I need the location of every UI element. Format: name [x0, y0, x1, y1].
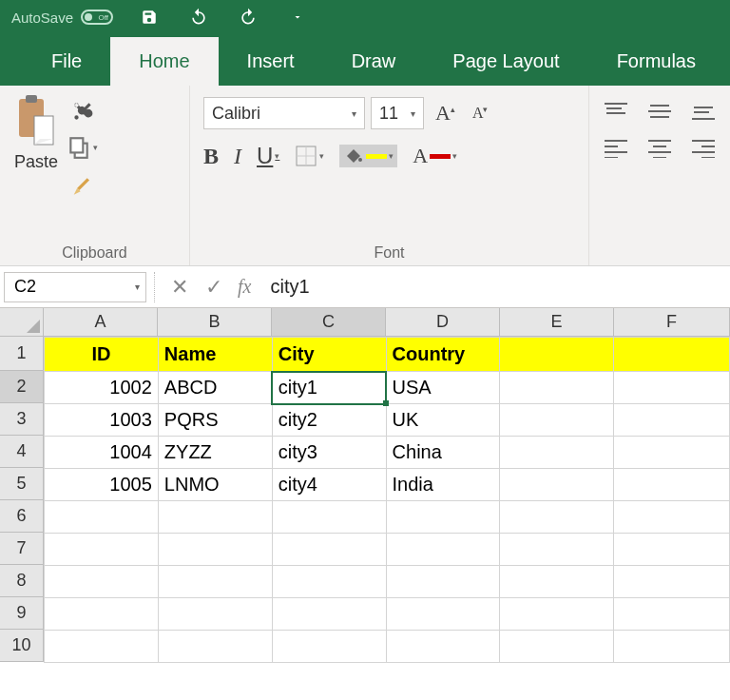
accept-entry-button[interactable]: ✓: [205, 275, 222, 300]
cell-F10[interactable]: [614, 631, 730, 663]
cell-D8[interactable]: [386, 566, 500, 598]
underline-button[interactable]: U▾: [257, 143, 279, 169]
row-header-9[interactable]: 9: [0, 597, 44, 630]
tab-home[interactable]: Home: [110, 37, 218, 86]
cell-F6[interactable]: [614, 501, 730, 534]
align-bottom-button[interactable]: [690, 101, 717, 122]
cell-E5[interactable]: [500, 469, 614, 501]
font-size-combo[interactable]: 11▾: [371, 97, 424, 129]
cell-B10[interactable]: [158, 631, 272, 663]
cell-E4[interactable]: [500, 437, 614, 469]
cell-E7[interactable]: [500, 534, 614, 566]
cell-A7[interactable]: [45, 534, 159, 566]
cell-E9[interactable]: [500, 598, 614, 631]
cell-A9[interactable]: [45, 598, 159, 631]
row-header-6[interactable]: 6: [0, 500, 44, 533]
col-header-C[interactable]: C: [272, 308, 386, 337]
formula-input[interactable]: [264, 276, 730, 298]
paste-button[interactable]: Paste: [13, 93, 59, 172]
cell-A6[interactable]: [45, 501, 159, 534]
cell-A1[interactable]: ID: [45, 338, 159, 372]
tab-page-layout[interactable]: Page Layout: [424, 37, 587, 86]
cell-B5[interactable]: LNMO: [158, 469, 272, 501]
cell-F2[interactable]: [614, 372, 730, 404]
align-right-button[interactable]: [690, 137, 717, 158]
tab-draw[interactable]: Draw: [323, 37, 425, 86]
cell-B4[interactable]: ZYZZ: [158, 437, 272, 469]
cell-F5[interactable]: [614, 469, 730, 501]
row-header-8[interactable]: 8: [0, 565, 44, 597]
cell-D2[interactable]: USA: [386, 372, 500, 404]
cell-A4[interactable]: 1004: [45, 437, 159, 469]
row-header-10[interactable]: 10: [0, 630, 44, 662]
cell-C10[interactable]: [272, 631, 386, 663]
cell-F3[interactable]: [614, 404, 730, 437]
cell-E8[interactable]: [500, 566, 614, 598]
align-center-button[interactable]: [646, 137, 673, 158]
cell-F7[interactable]: [614, 534, 730, 566]
cell-B3[interactable]: PQRS: [158, 404, 272, 437]
redo-button[interactable]: [235, 4, 261, 30]
align-middle-button[interactable]: [646, 101, 673, 122]
cell-D9[interactable]: [386, 598, 500, 631]
font-color-button[interactable]: A▾: [413, 144, 457, 168]
cell-D5[interactable]: India: [386, 469, 500, 501]
row-header-4[interactable]: 4: [0, 436, 44, 468]
increase-font-button[interactable]: A▴: [430, 101, 461, 126]
cell-D10[interactable]: [386, 631, 500, 663]
bold-button[interactable]: B: [203, 144, 219, 169]
cell-C4[interactable]: city3: [272, 437, 386, 469]
save-button[interactable]: [136, 4, 163, 30]
align-left-button[interactable]: [603, 137, 629, 158]
row-header-1[interactable]: 1: [0, 337, 44, 371]
cell-E10[interactable]: [500, 631, 614, 663]
cell-F8[interactable]: [614, 566, 730, 598]
cell-F1[interactable]: [614, 338, 730, 372]
row-header-2[interactable]: 2: [0, 371, 44, 403]
cut-button[interactable]: [67, 97, 99, 126]
select-all-corner[interactable]: [0, 308, 44, 337]
cell-C8[interactable]: [272, 566, 386, 598]
col-header-B[interactable]: B: [158, 308, 272, 337]
name-box[interactable]: C2▾: [4, 272, 146, 302]
row-header-5[interactable]: 5: [0, 468, 44, 500]
cell-E6[interactable]: [500, 501, 614, 534]
italic-button[interactable]: I: [234, 144, 241, 169]
cell-A10[interactable]: [45, 631, 159, 663]
autosave-toggle[interactable]: AutoSave Off: [11, 10, 113, 26]
font-name-combo[interactable]: Calibri▾: [203, 97, 365, 129]
cell-A3[interactable]: 1003: [45, 404, 159, 437]
tab-formulas[interactable]: Formulas: [588, 37, 724, 86]
cell-B1[interactable]: Name: [158, 338, 272, 372]
align-top-button[interactable]: [603, 101, 629, 122]
customize-qat-button[interactable]: [284, 4, 311, 30]
borders-button[interactable]: ▾: [295, 145, 324, 167]
format-painter-button[interactable]: [67, 169, 99, 198]
cell-D6[interactable]: [386, 501, 500, 534]
cell-C3[interactable]: city2: [272, 404, 386, 437]
decrease-font-button[interactable]: A▾: [467, 105, 494, 122]
cell-B8[interactable]: [158, 566, 272, 598]
col-header-A[interactable]: A: [44, 308, 158, 337]
autosave-switch-off[interactable]: Off: [81, 10, 113, 25]
col-header-E[interactable]: E: [500, 308, 614, 337]
cell-F9[interactable]: [614, 598, 730, 631]
fx-icon[interactable]: fx: [238, 276, 251, 298]
cell-E3[interactable]: [500, 404, 614, 437]
cell-E2[interactable]: [500, 372, 614, 404]
tab-insert[interactable]: Insert: [219, 37, 323, 86]
undo-button[interactable]: [185, 4, 212, 30]
fill-color-button[interactable]: ▾: [339, 145, 397, 167]
cell-A8[interactable]: [45, 566, 159, 598]
cell-E1[interactable]: [500, 338, 614, 372]
cell-A5[interactable]: 1005: [45, 469, 159, 501]
col-header-F[interactable]: F: [614, 308, 730, 337]
cell-C6[interactable]: [272, 501, 386, 534]
cell-A2[interactable]: 1002: [45, 372, 159, 404]
row-header-7[interactable]: 7: [0, 533, 44, 565]
cell-D4[interactable]: China: [386, 437, 500, 469]
cell-C5[interactable]: city4: [272, 469, 386, 501]
tab-file[interactable]: File: [23, 37, 110, 86]
col-header-D[interactable]: D: [386, 308, 500, 337]
cell-B2[interactable]: ABCD: [158, 372, 272, 404]
